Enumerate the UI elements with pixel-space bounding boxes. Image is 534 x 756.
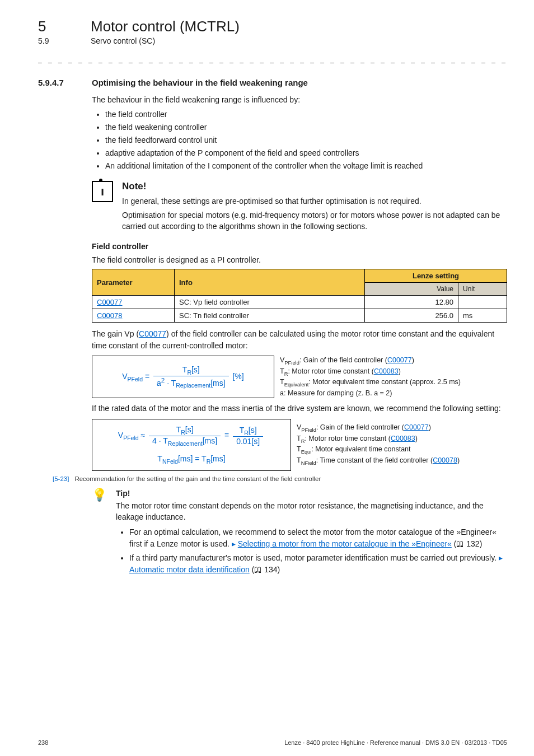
tip-body: The motor rotor time constant depends on… [116, 500, 507, 523]
cell-value: 12.80 [365, 296, 458, 309]
note-body: In general, these settings are pre-optim… [122, 195, 507, 232]
note-paragraph: Optimisation for special motors (e.g. mi… [122, 209, 507, 232]
chapter-number: 5 [38, 18, 68, 35]
note-title: Note! [122, 181, 507, 192]
th-unit: Unit [458, 283, 507, 296]
caption-label: [5-23] [53, 475, 69, 482]
section-number: 5.9 [38, 36, 68, 45]
mid-text: If the rated data of the motor and the m… [92, 403, 507, 414]
footer-ref: Lenze · 8400 protec HighLine · Reference… [284, 739, 507, 746]
param-link[interactable]: C00078 [97, 311, 123, 320]
code-link[interactable]: C00077 [387, 356, 412, 364]
code-link[interactable]: C00077 [139, 329, 166, 338]
th-value: Value [365, 283, 458, 296]
formula-2-desc: VPField: Gain of the field controller (C… [297, 419, 507, 471]
table-row: C00077 SC: Vp field controller 12.80 [92, 296, 507, 309]
chapter-title: Motor control (MCTRL) [91, 18, 240, 35]
subheading: Field controller [92, 242, 507, 251]
code-link[interactable]: C00078 [433, 456, 457, 464]
divider: _ _ _ _ _ _ _ _ _ _ _ _ _ _ _ _ _ _ _ _ … [38, 55, 507, 63]
cell-unit [458, 296, 507, 309]
page-ref: (🕮 134) [250, 565, 280, 574]
param-link[interactable]: C00077 [97, 298, 123, 306]
section-title: Servo control (SC) [91, 36, 155, 45]
code-link[interactable]: C00077 [404, 423, 429, 431]
heading-title: Optimising the behaviour in the field we… [92, 78, 308, 87]
list-item: If a third party manufacturer's motor is… [129, 552, 507, 576]
th-lenze: Lenze setting [365, 269, 507, 283]
cell-info: SC: Vp field controller [175, 296, 365, 309]
info-icon: ı [92, 181, 113, 202]
tip-title: Tip! [116, 489, 507, 498]
page-ref: (🕮 132) [452, 539, 482, 548]
body-text: The field controller is designed as a PI… [92, 254, 507, 265]
gain-text: The gain Vp (C00077) of the field contro… [92, 328, 507, 351]
list-item: For an optimal calculation, we recommend… [129, 526, 507, 550]
list-item: An additional limitation of the I compon… [105, 160, 507, 172]
list-item: the field feedforward control unit [105, 134, 507, 146]
heading-number: 5.9.4.7 [38, 78, 82, 87]
doc-link[interactable]: Automatic motor data identification [129, 565, 250, 574]
note-paragraph: In general, these settings are pre-optim… [122, 195, 507, 207]
th-info: Info [175, 269, 365, 296]
list-item: the field weakening controller [105, 122, 507, 133]
formula-1-desc: VPField: Gain of the field controller (C… [280, 356, 507, 398]
parameter-table: Parameter Info Lenze setting Value Unit … [92, 269, 507, 323]
th-parameter: Parameter [92, 269, 175, 296]
doc-link[interactable]: Selecting a motor from the motor catalog… [238, 539, 452, 548]
formula-2: VPFeld ≈ TR[s] 4 · TReplacement[ms] = TR… [92, 419, 291, 471]
page-number: 238 [38, 739, 48, 746]
table-row: C00078 SC: Tn field controller 256.0 ms [92, 309, 507, 323]
intro-text: The behaviour in the field weakening ran… [92, 94, 507, 105]
cell-unit: ms [458, 309, 507, 323]
list-item: adaptive adaptation of the P component o… [105, 147, 507, 159]
code-link[interactable]: C00083 [391, 435, 415, 442]
tip-icon: 💡 [92, 489, 107, 501]
cell-info: SC: Tn field controller [175, 309, 365, 323]
formula-1: VPFeld = TR[s] a2 · TReplacement[ms] [%] [92, 356, 274, 398]
intro-bullets: the field controller the field weakening… [92, 109, 507, 172]
caption-text: Recommendation for the setting of the ga… [74, 475, 321, 482]
code-link[interactable]: C00083 [374, 367, 399, 375]
cell-value: 256.0 [365, 309, 458, 323]
list-item: the field controller [105, 109, 507, 120]
